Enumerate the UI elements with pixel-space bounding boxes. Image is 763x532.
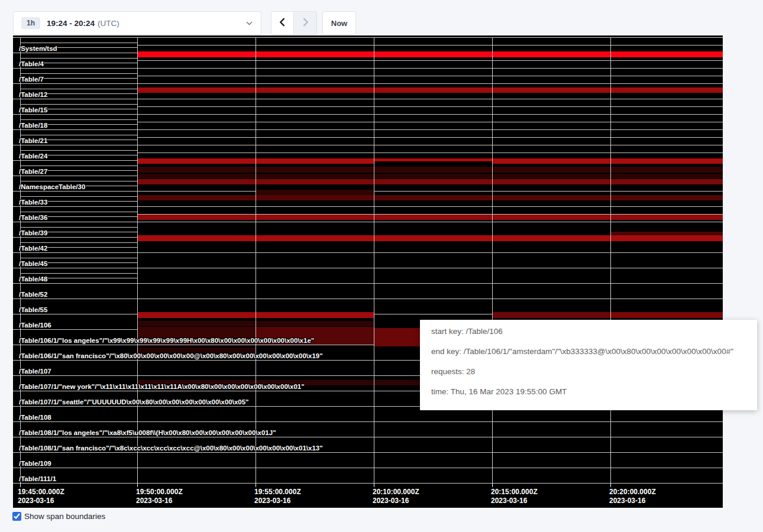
row-label: /Table/21: [19, 137, 47, 145]
next-interval-button[interactable]: [294, 11, 317, 35]
tooltip-requests: requests: 28: [431, 362, 746, 382]
grid-line: [13, 468, 723, 468]
show-span-boundaries-label: Show span boundaries: [24, 512, 105, 521]
grid-line: [20, 258, 137, 258]
row-label: /Table/18: [19, 121, 47, 129]
grid-line: [20, 212, 137, 212]
grid-line: [13, 114, 723, 115]
row-label: /Table/24: [19, 152, 47, 160]
grid-line: [13, 145, 723, 145]
time-range-selector[interactable]: 1h 19:24 - 20:24 (UTC): [13, 11, 261, 35]
axis-tick: [374, 483, 374, 487]
grid-line: [13, 68, 723, 69]
time-axis-label: 19:45:00.000Z2023-03-16: [18, 488, 64, 505]
grid-line: [13, 83, 723, 84]
row-label: /Table/55: [19, 306, 47, 314]
grid-line: [20, 196, 137, 197]
row-label: /Table/33: [19, 198, 47, 206]
grid-line: [137, 137, 723, 138]
range-duration-badge: 1h: [21, 17, 40, 29]
previous-interval-button[interactable]: [271, 11, 294, 35]
axis-tick: [137, 483, 138, 487]
axis-tick: [20, 483, 21, 487]
axis-tick: [610, 483, 611, 487]
time-axis-label: 20:10:00.000Z2023-03-16: [373, 488, 419, 505]
grid-line: [610, 37, 611, 483]
row-label: /Table/109: [19, 459, 51, 468]
heat-band[interactable]: [137, 195, 723, 200]
heat-band[interactable]: [256, 190, 374, 195]
grid-line: [13, 37, 723, 38]
grid-line: [13, 129, 723, 130]
now-button[interactable]: Now: [322, 11, 356, 35]
row-label: /Table/48: [19, 275, 47, 283]
heat-band[interactable]: [137, 179, 723, 184]
grid-line: [13, 222, 723, 222]
row-label: /Table/111/1: [19, 475, 56, 483]
grid-line: [20, 150, 137, 151]
grid-line: [13, 252, 723, 253]
row-label: /Table/27: [19, 167, 47, 176]
tooltip-end-key: end key: /Table/106/1/"amsterdam"/"\xb33…: [431, 342, 746, 362]
grid-line: [13, 483, 723, 484]
chevron-left-icon: [278, 18, 287, 28]
row-label: /Table/106/1/"san francisco"/"\x80\x00\x…: [19, 352, 323, 360]
heat-band[interactable]: [374, 158, 492, 161]
grid-line: [256, 37, 256, 483]
row-label: /Table/12: [19, 90, 47, 99]
grid-line: [13, 283, 723, 284]
heat-band[interactable]: [492, 312, 610, 318]
grid-line: [13, 99, 723, 99]
row-label: /NamespaceTable/30: [19, 183, 85, 191]
grid-line: [137, 37, 138, 483]
grid-line: [137, 45, 723, 46]
grid-line: [137, 76, 723, 76]
heat-band[interactable]: [137, 235, 723, 241]
axis-tick: [256, 483, 256, 487]
grid-line: [20, 135, 137, 135]
heat-band[interactable]: [137, 87, 723, 93]
grid-line: [20, 119, 137, 120]
row-label: /Table/45: [19, 259, 47, 268]
key-visualizer-heatmap[interactable]: /System/tsd/Table/4/Table/7/Table/12/Tab…: [13, 35, 723, 508]
chevron-down-icon: [245, 20, 253, 27]
row-label: /Table/42: [19, 244, 47, 252]
tooltip-start-key: start key: /Table/106: [431, 322, 746, 342]
grid-line: [374, 37, 374, 483]
heat-band[interactable]: [137, 174, 723, 179]
grid-line: [20, 73, 137, 74]
grid-line: [20, 58, 137, 59]
range-timezone: (UTC): [98, 19, 119, 28]
row-label: /Table/36: [19, 213, 47, 222]
grid-line: [13, 437, 723, 437]
grid-line: [20, 104, 137, 105]
time-axis-label: 19:55:00.000Z2023-03-16: [254, 488, 301, 505]
grid-line: [20, 43, 137, 43]
grid-line: [13, 206, 723, 207]
grid-line: [20, 273, 137, 274]
heat-band[interactable]: [137, 51, 723, 57]
grid-line: [137, 106, 723, 107]
time-axis-label: 20:15:00.000Z2023-03-16: [491, 488, 538, 505]
heat-band[interactable]: [137, 215, 723, 220]
show-span-boundaries[interactable]: Show span boundaries: [12, 512, 105, 521]
span-tooltip: start key: /Table/106 end key: /Table/10…: [420, 320, 757, 410]
grid-line: [137, 122, 723, 122]
range-text: 19:24 - 20:24: [47, 19, 95, 28]
grid-line: [13, 421, 723, 422]
grid-line: [20, 166, 137, 166]
grid-line: [20, 181, 137, 181]
grid-line: [492, 37, 493, 483]
heat-band[interactable]: [137, 167, 723, 173]
heat-band[interactable]: [610, 312, 723, 318]
axis-tick: [492, 483, 493, 487]
heat-band[interactable]: [492, 158, 723, 164]
row-label: /Table/108: [19, 413, 51, 421]
show-span-boundaries-checkbox[interactable]: [12, 512, 21, 521]
row-label: /Table/107/1/"seattle"/"UUUUUUD\x00\x80\…: [19, 398, 249, 406]
time-axis-label: 19:50:00.000Z2023-03-16: [136, 488, 183, 505]
grid-line: [137, 60, 723, 61]
grid-line: [137, 153, 723, 153]
time-nav-group: [271, 11, 317, 35]
row-label: /Table/108/1/"san francisco"/"\x8c\xcc\x…: [19, 444, 323, 452]
